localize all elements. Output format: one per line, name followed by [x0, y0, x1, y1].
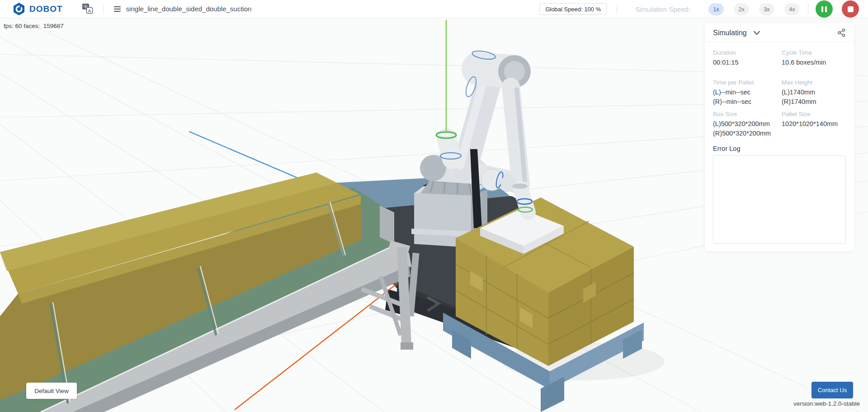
dobot-logo[interactable]: DOBOT [13, 2, 63, 16]
toolbar-divider-3 [808, 4, 808, 14]
pause-button[interactable] [816, 0, 833, 18]
fps-counter: fps: 60 faces: 159687 [4, 23, 64, 29]
speed-chip-1x[interactable]: 1x [708, 3, 724, 15]
chevron-down-icon[interactable] [753, 31, 760, 35]
stat-pallet-size: Pallet Size 1020*1020*140mm [782, 111, 846, 138]
speed-chip-3x[interactable]: 3x [759, 3, 774, 15]
simulation-speed-label: Simulation Speed: [635, 5, 690, 13]
dobot-hexagon-icon [13, 2, 25, 16]
default-view-button[interactable]: Default View [26, 383, 77, 399]
stat-duration: Duration 00:01:15 [713, 49, 782, 67]
project-title[interactable]: single_line_double_sided_double_suction [126, 5, 252, 13]
menu-icon[interactable] [114, 6, 121, 12]
stop-icon [848, 6, 854, 12]
stat-time-per-pallet: Time per Pallet (L)--min--sec (R)--min--… [713, 79, 782, 107]
stat-cycle-time: Cycle Time 10.6 boxes/min [782, 49, 846, 67]
global-speed-button[interactable]: Global Speed: 100 % [539, 3, 607, 15]
speed-chip-4x[interactable]: 4x [784, 3, 800, 15]
toolbar-divider-2 [617, 4, 617, 14]
stat-box-size: Box Size (L)500*320*200mm (R)500*320*200… [713, 111, 782, 138]
language-switch[interactable]: 中 A [82, 3, 94, 14]
toolbar: DOBOT 中 A single_line_double_sided_doubl… [0, 0, 868, 18]
brand-name: DOBOT [29, 4, 63, 14]
speed-chip-2x[interactable]: 2x [734, 3, 749, 15]
contact-us-button[interactable]: Contact Us [811, 382, 853, 398]
panel-body: Duration 00:01:15 Cycle Time 10.6 boxes/… [705, 42, 854, 251]
version-text: version:web-1.2.0-stable [793, 400, 860, 407]
error-log-label: Error Log [713, 145, 846, 152]
stat-max-height: Max Height (L)1740mm (R)1740mm [782, 79, 846, 107]
language-icon: 中 A [82, 3, 94, 14]
status-label[interactable]: Simulating [713, 29, 747, 37]
simulation-status-panel: Simulating Duration 00:01:15 Cycle Time … [705, 23, 854, 251]
panel-header: Simulating [705, 23, 854, 42]
pause-icon [821, 6, 827, 12]
stop-button[interactable] [842, 0, 859, 18]
error-log-box[interactable] [713, 155, 846, 244]
svg-text:A: A [88, 8, 91, 13]
conveyor [0, 173, 411, 412]
toolbar-divider [104, 4, 104, 14]
share-icon[interactable] [837, 28, 846, 37]
